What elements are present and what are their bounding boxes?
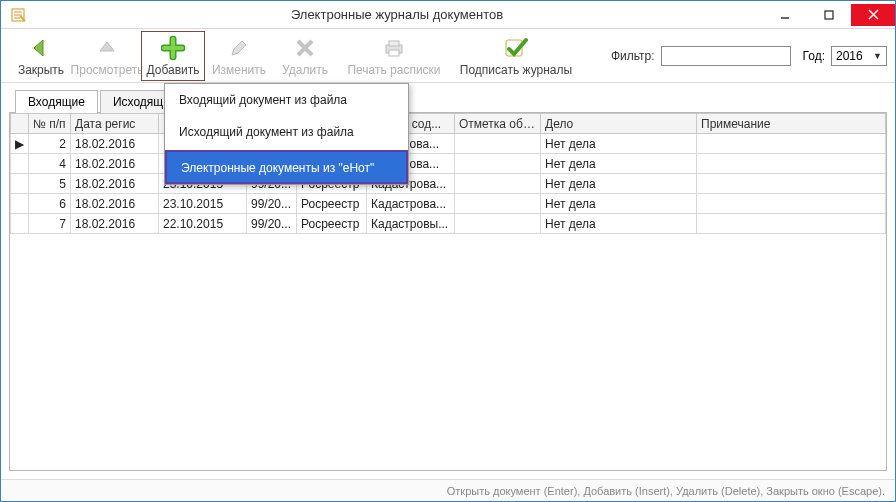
cell-case: Нет дела [541,134,697,154]
tab-row: Входящие Исходящие [9,89,887,113]
view-label: Просмотреть [71,63,144,77]
table-row[interactable]: 718.02.201622.10.201599/20...РосреестрКа… [11,214,886,234]
cell-num: 99/20... [247,214,297,234]
sign-label: Подписать журналы [460,63,572,77]
cell-regdate: 18.02.2016 [71,174,159,194]
col-case[interactable]: Дело [541,114,697,134]
close-button[interactable]: Закрыть [9,31,73,81]
table-row[interactable]: 518.02.201623.10.201599/20...РосреестрКа… [11,174,886,194]
col-otm[interactable]: Отметка об ... [455,114,541,134]
filter-input[interactable] [661,46,791,66]
table-row[interactable]: ▶218.02.2016адастрова...Нет дела [11,134,886,154]
cell-case: Нет дела [541,154,697,174]
table-header-row: № п/п Дата регис раткое сод... Отметка о… [11,114,886,134]
cell-note [697,194,886,214]
app-icon [7,7,31,23]
close-label: Закрыть [18,63,64,77]
year-label: Год: [803,49,825,63]
printer-icon [381,35,407,61]
cell-n: 7 [29,214,71,234]
toolbar: Закрыть Просмотреть Добавить Изменить Уд… [1,29,895,83]
row-marker [11,154,29,174]
cell-case: Нет дела [541,174,697,194]
edit-button: Изменить [207,31,271,81]
row-marker [11,174,29,194]
year-select[interactable]: 2016 ▼ [831,46,887,66]
print-button: Печать расписки [339,31,449,81]
svg-rect-4 [389,50,399,56]
print-label: Печать расписки [347,63,440,77]
tab-incoming[interactable]: Входящие [15,90,98,113]
cell-note [697,214,886,234]
cell-otm [455,174,541,194]
cell-case: Нет дела [541,194,697,214]
cell-n: 4 [29,154,71,174]
cell-regdate: 18.02.2016 [71,134,159,154]
table-row[interactable]: 418.02.2016адастрова...Нет дела [11,154,886,174]
cell-regdate: 18.02.2016 [71,154,159,174]
arrow-up-icon [94,35,120,61]
svg-rect-3 [389,41,399,46]
row-marker [11,214,29,234]
delete-label: Удалить [282,63,328,77]
maximize-button[interactable] [807,4,851,26]
documents-table: № п/п Дата регис раткое сод... Отметка о… [10,113,886,234]
check-icon [503,35,529,61]
table-wrap: № п/п Дата регис раткое сод... Отметка о… [9,113,887,471]
year-value: 2016 [836,49,863,63]
cell-otm [455,194,541,214]
row-marker [11,194,29,214]
cell-regdate: 18.02.2016 [71,214,159,234]
title-bar: Электронные журналы документов [1,1,895,29]
cell-sender: Росреестр [297,214,367,234]
filter-label: Фильтр: [611,49,655,63]
menu-item-outgoing-from-file[interactable]: Исходящий документ из файла [165,116,408,148]
svg-rect-1 [825,11,833,19]
cell-n: 5 [29,174,71,194]
cell-num: 99/20... [247,194,297,214]
col-regdate[interactable]: Дата регис [71,114,159,134]
add-menu: Входящий документ из файла Исходящий док… [164,83,409,185]
add-button[interactable]: Добавить [141,31,205,81]
row-marker: ▶ [11,134,29,154]
col-n[interactable]: № п/п [29,114,71,134]
col-mark[interactable] [11,114,29,134]
cell-n: 2 [29,134,71,154]
cell-otm [455,214,541,234]
menu-item-incoming-from-file[interactable]: Входящий документ из файла [165,84,408,116]
edit-label: Изменить [212,63,266,77]
cell-n: 6 [29,194,71,214]
plus-icon [160,35,186,61]
cell-otm [455,154,541,174]
col-note[interactable]: Примечание [697,114,886,134]
cell-docdate: 22.10.2015 [159,214,247,234]
cell-docdate: 23.10.2015 [159,194,247,214]
cell-note [697,154,886,174]
arrow-left-icon [28,35,54,61]
pencil-icon [226,35,252,61]
cell-summary: Кадастровы... [367,214,455,234]
cell-regdate: 18.02.2016 [71,194,159,214]
table-row[interactable]: 618.02.201623.10.201599/20...РосреестрКа… [11,194,886,214]
delete-button: Удалить [273,31,337,81]
view-button: Просмотреть [75,31,139,81]
minimize-button[interactable] [763,4,807,26]
cell-sender: Росреестр [297,194,367,214]
close-window-button[interactable] [851,4,895,26]
status-bar: Открыть документ (Enter), Добавить (Inse… [1,479,895,501]
add-label: Добавить [146,63,199,77]
sign-button[interactable]: Подписать журналы [451,31,581,81]
cell-note [697,134,886,154]
x-icon [292,35,318,61]
menu-item-from-enot[interactable]: Электронные документы из "еНот" [165,150,408,184]
cell-note [697,174,886,194]
chevron-down-icon: ▼ [873,51,882,61]
window-title: Электронные журналы документов [31,7,763,22]
cell-case: Нет дела [541,214,697,234]
cell-otm [455,134,541,154]
cell-summary: Кадастрова... [367,194,455,214]
